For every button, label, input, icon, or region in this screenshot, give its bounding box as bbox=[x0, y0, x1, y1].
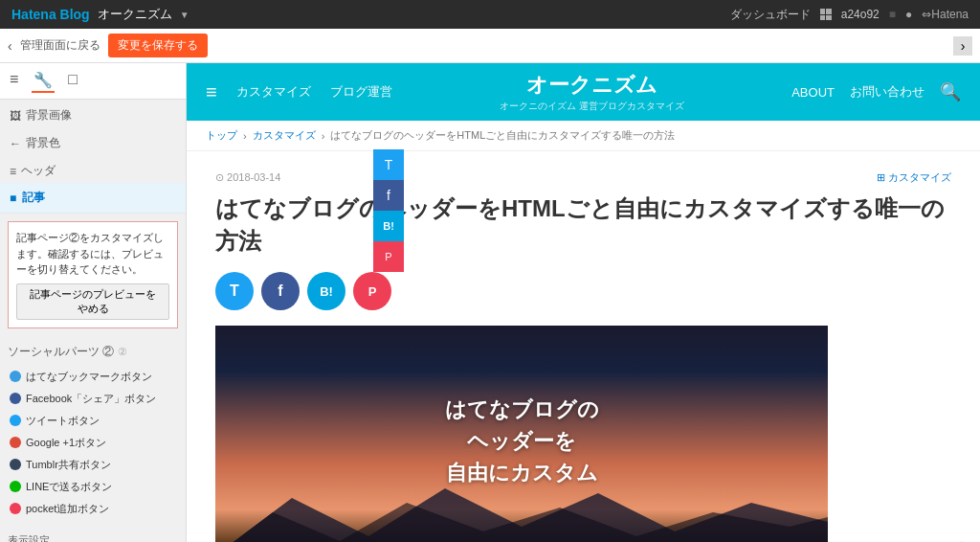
stop-preview-button[interactable]: 記事ページのプレビューをやめる bbox=[16, 283, 169, 320]
collapse-button[interactable]: › bbox=[953, 36, 972, 56]
float-facebook-button[interactable]: f bbox=[373, 180, 404, 211]
blog-header: ≡ カスタマイズ ブログ運営 オークニズム オークニのイズム 運営ブログカスタマ… bbox=[187, 63, 980, 121]
hatena-toggle[interactable] bbox=[10, 371, 21, 382]
social-parts-section: ソーシャルパーツ ② ② はてなブックマークボタン Facebook「シェア」ボ… bbox=[0, 336, 186, 528]
bg-color-icon: ← bbox=[10, 137, 21, 150]
sidebar-item-article[interactable]: ■ 記事 bbox=[0, 183, 186, 214]
header-nav-left: カスタマイズ ブログ運営 bbox=[236, 83, 392, 101]
article-meta: ⊙ 2018-03-14 ⊞ カスタマイズ bbox=[215, 170, 951, 185]
twitter-label: ツイートボタン bbox=[26, 414, 100, 428]
admin-bar: Hatena Blog オークニズム ▼ ダッシュボード a24o92 ■ ● … bbox=[0, 0, 980, 29]
article-title: はてなブログのヘッダーをHTMLごと自由にカスタマイズする唯一の方法 bbox=[215, 192, 951, 257]
tumblr-label: Tumblr共有ボタン bbox=[26, 458, 111, 472]
bg-image-icon: 🖼 bbox=[10, 109, 21, 123]
notification-icon: ● bbox=[905, 8, 912, 21]
article-date: ⊙ 2018-03-14 bbox=[215, 171, 280, 184]
article-category[interactable]: ⊞ カスタマイズ bbox=[877, 170, 951, 185]
share-facebook-button[interactable]: f bbox=[261, 272, 300, 310]
facebook-label: Facebook「シェア」ボタン bbox=[26, 392, 156, 406]
admin-bar-right: ダッシュボード a24o92 ■ ● ⇔Hatena bbox=[730, 7, 969, 23]
social-parts-label: ソーシャルパーツ ② bbox=[8, 344, 114, 360]
share-twitter-button[interactable]: T bbox=[215, 272, 254, 310]
tumblr-toggle[interactable] bbox=[10, 459, 21, 470]
header-icon: ≡ bbox=[10, 165, 16, 178]
breadcrumb-sep2: › bbox=[322, 130, 325, 142]
gplus-toggle[interactable] bbox=[10, 437, 21, 448]
article-icon: ■ bbox=[10, 192, 16, 205]
line-label: LINEで送るボタン bbox=[26, 480, 112, 494]
pocket-label: pocket追加ボタン bbox=[26, 502, 109, 516]
search-icon[interactable]: 🔍 bbox=[940, 81, 961, 102]
blog-title: オークニズム bbox=[412, 71, 773, 100]
hamburger-icon[interactable]: ≡ bbox=[206, 81, 217, 103]
nav-about[interactable]: ABOUT bbox=[791, 85, 835, 100]
breadcrumb: トップ › カスタマイズ › はてなブログのヘッダーをHTMLごと自由にカスタマ… bbox=[187, 121, 980, 151]
breadcrumb-customize[interactable]: カスタマイズ bbox=[253, 128, 316, 143]
save-button[interactable]: 変更を保存する bbox=[108, 34, 208, 57]
bg-image-label: 背景画像 bbox=[26, 107, 72, 124]
facebook-toggle[interactable] bbox=[10, 393, 21, 404]
separator: ■ bbox=[889, 8, 896, 21]
breadcrumb-sep1: › bbox=[243, 130, 247, 142]
floating-social-bar: T f B! P bbox=[373, 149, 404, 272]
clock-icon: ⊙ bbox=[215, 171, 224, 183]
hatena-link[interactable]: ⇔Hatena bbox=[922, 8, 969, 21]
float-twitter-button[interactable]: T bbox=[373, 149, 404, 180]
hatena-logo: Hatena Blog bbox=[11, 7, 90, 22]
social-part-hatena[interactable]: はてなブックマークボタン bbox=[8, 366, 178, 388]
customize-toolbar: ‹ 管理面面に戻る 変更を保存する › bbox=[0, 29, 980, 63]
grid-icon bbox=[820, 9, 832, 20]
hero-text: はてなブログのヘッダーを自由にカスタム bbox=[445, 394, 599, 488]
hero-image: はてなブログのヘッダーを自由にカスタム bbox=[215, 326, 828, 542]
tab-preview[interactable]: □ bbox=[66, 69, 79, 93]
tab-design[interactable]: 🔧 bbox=[32, 69, 55, 93]
sidebar: ≡ 🔧 □ 🖼 背景画像 ← 背景色 ≡ ヘッダ ■ 記事 記事ページ②をカスタ… bbox=[0, 63, 187, 542]
article-notice-box: 記事ページ②をカスタマイズします。確認するには、プレビューを切り替えてください。… bbox=[8, 221, 178, 328]
display-settings-title: 表示設定 bbox=[8, 533, 178, 543]
breadcrumb-top[interactable]: トップ bbox=[206, 128, 237, 143]
display-settings: 表示設定 記事上下に表示 記事下にのみ表示（デフォルト） bbox=[0, 528, 186, 543]
header-label: ヘッダ bbox=[21, 163, 56, 179]
section-background-color[interactable]: ← 背景色 bbox=[0, 127, 186, 155]
nav-customize[interactable]: カスタマイズ bbox=[236, 83, 311, 101]
blog-title-area: オークニズム オークニのイズム 運営ブログカスタマイズ bbox=[412, 71, 773, 113]
section-background-image[interactable]: 🖼 背景画像 bbox=[0, 100, 186, 127]
article-label: 記事 bbox=[22, 190, 45, 206]
twitter-toggle[interactable] bbox=[10, 415, 21, 426]
admin-bar-left: Hatena Blog オークニズム ▼ bbox=[11, 6, 189, 23]
mountains-svg bbox=[215, 479, 828, 542]
dashboard-link[interactable]: ダッシュボード bbox=[730, 7, 811, 23]
back-to-admin-link[interactable]: 管理面面に戻る bbox=[20, 37, 100, 54]
dropdown-arrow-icon[interactable]: ▼ bbox=[180, 10, 189, 20]
float-pocket-button[interactable]: P bbox=[373, 241, 404, 272]
pocket-toggle[interactable] bbox=[10, 503, 21, 514]
header-nav-right: ABOUT お問い合わせ 🔍 bbox=[791, 81, 961, 102]
hatena-label: はてなブックマークボタン bbox=[26, 370, 152, 384]
blog-name-label: オークニズム bbox=[98, 6, 172, 23]
tab-layout[interactable]: ≡ bbox=[8, 69, 20, 93]
share-hatena-button[interactable]: B! bbox=[307, 272, 345, 310]
social-part-gplus[interactable]: Google +1ボタン bbox=[8, 432, 178, 454]
social-part-pocket[interactable]: pocket追加ボタン bbox=[8, 498, 178, 520]
preview-area: T f B! P ≡ カスタマイズ ブログ運営 オークニズム オークニのイズム … bbox=[187, 63, 980, 542]
nav-blog-ops[interactable]: ブログ運営 bbox=[330, 83, 392, 101]
social-part-line[interactable]: LINEで送るボタン bbox=[8, 476, 178, 498]
gplus-label: Google +1ボタン bbox=[26, 436, 106, 450]
sidebar-tabs: ≡ 🔧 □ bbox=[0, 63, 186, 100]
share-pocket-button[interactable]: P bbox=[353, 272, 391, 310]
social-part-facebook[interactable]: Facebook「シェア」ボタン bbox=[8, 388, 178, 410]
social-part-tumblr[interactable]: Tumblr共有ボタン bbox=[8, 454, 178, 476]
nav-contact[interactable]: お問い合わせ bbox=[850, 83, 924, 101]
help-icon: ② bbox=[118, 346, 127, 358]
notice-text: 記事ページ②をカスタマイズします。確認するには、プレビューを切り替えてください。 bbox=[16, 232, 164, 275]
social-part-twitter[interactable]: ツイートボタン bbox=[8, 410, 178, 432]
section-header[interactable]: ≡ ヘッダ bbox=[0, 155, 186, 183]
article-area: ⊙ 2018-03-14 ⊞ カスタマイズ はてなブログのヘッダーをHTMLごと… bbox=[187, 151, 980, 542]
back-arrow-icon: ‹ bbox=[8, 38, 12, 54]
float-hatena-button[interactable]: B! bbox=[373, 211, 404, 241]
line-toggle[interactable] bbox=[10, 481, 21, 492]
user-label[interactable]: a24o92 bbox=[841, 8, 880, 21]
tag-icon: ⊞ bbox=[877, 171, 885, 183]
blog-subtitle: オークニのイズム 運営ブログカスタマイズ bbox=[412, 100, 773, 113]
bg-color-label: 背景色 bbox=[26, 135, 60, 151]
